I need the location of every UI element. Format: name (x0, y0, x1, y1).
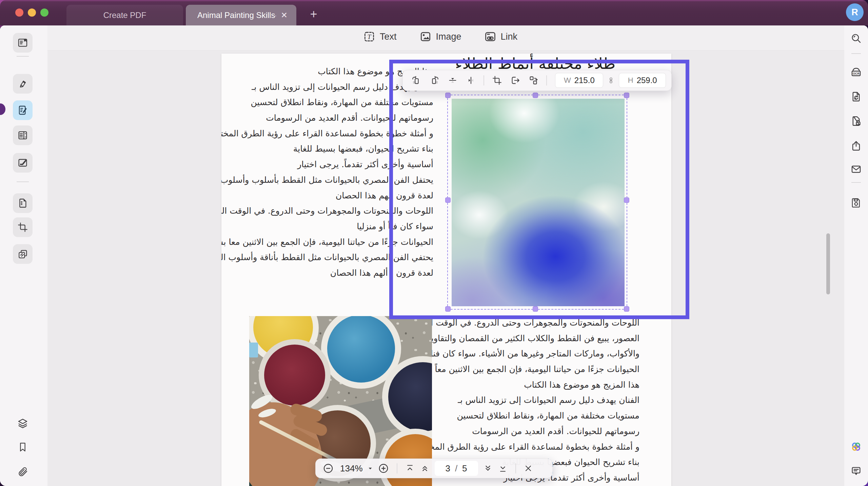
link-tool-button[interactable]: Link (484, 30, 518, 43)
zoom-dropdown-button[interactable] (368, 466, 373, 471)
sidebar-divider (851, 53, 861, 54)
image-toolbar: W 215.0 H 259.0 (402, 70, 672, 91)
layers-panel-button[interactable] (13, 413, 33, 433)
left-sidebar (0, 25, 47, 486)
replace-image-button[interactable] (526, 72, 542, 89)
height-label: H (628, 76, 633, 85)
previous-page-icon (420, 463, 430, 473)
page-number-field[interactable]: 3 / 5 (435, 461, 478, 476)
close-window-button[interactable] (15, 8, 23, 17)
bookmark-icon (17, 442, 28, 452)
zoom-window-button[interactable] (40, 8, 48, 17)
vertical-scrollbar[interactable] (826, 233, 830, 294)
replace-image-icon (528, 75, 538, 85)
resize-handle-bottom-center[interactable] (533, 306, 538, 312)
stamp-icon (17, 249, 28, 259)
first-page-icon (405, 463, 415, 473)
resize-handle-bottom-right[interactable] (624, 306, 629, 312)
ai-assistant-icon (850, 441, 862, 453)
edit-toolbar: T Text Image (47, 25, 844, 51)
tab-document[interactable]: Animal Painting Skills-ar 自 ✕ (186, 5, 296, 25)
text-tool-label: Text (380, 32, 397, 42)
height-field[interactable]: H 259.0 (619, 73, 666, 88)
arabic-text-line: رسوماتهم للحيوانات. أقدم العديد من الرسو… (422, 424, 639, 439)
forms-tool-button[interactable] (13, 125, 33, 145)
rotate-left-button[interactable] (408, 72, 425, 89)
zoom-out-button[interactable] (322, 463, 334, 474)
avatar[interactable]: R (846, 3, 864, 21)
extract-image-button[interactable] (507, 72, 524, 89)
link-dimensions-button[interactable] (607, 77, 615, 84)
flip-horizontal-button[interactable] (463, 72, 479, 89)
previous-page-button[interactable] (420, 463, 430, 473)
save-button[interactable] (849, 195, 864, 210)
toolbar-divider (484, 75, 484, 85)
next-page-icon (483, 463, 493, 473)
total-pages: 5 (462, 463, 467, 474)
rotate-right-button[interactable] (427, 72, 443, 89)
bookmarks-panel-button[interactable] (13, 437, 33, 457)
first-page-button[interactable] (405, 463, 415, 473)
close-tab-icon[interactable]: ✕ (281, 11, 288, 19)
sidebar-divider (17, 181, 29, 182)
mail-icon (850, 163, 862, 175)
last-page-button[interactable] (498, 463, 508, 473)
toolbar-divider (515, 463, 516, 473)
resize-handle-top-right[interactable] (624, 93, 629, 98)
extract-pages-button[interactable] (13, 193, 33, 213)
fill-sign-tool-button[interactable] (13, 153, 33, 173)
blue-paint-bucket (327, 316, 395, 383)
tab-create-pdf-label: Create PDF (103, 11, 146, 20)
ai-assistant-button[interactable] (849, 439, 864, 454)
svg-text:OCR: OCR (853, 72, 860, 75)
resize-handle-top-center[interactable] (533, 93, 538, 98)
new-tab-button[interactable]: + (307, 7, 320, 21)
crop-image-button[interactable] (489, 72, 505, 89)
arabic-text-line: الفنان يهدف دليل رسم الحيوانات إلى تزويد… (422, 392, 639, 408)
toolbar-divider (546, 75, 547, 85)
close-navbar-button[interactable] (524, 464, 533, 473)
zoom-level[interactable]: 134% (340, 463, 363, 474)
attachments-panel-button[interactable] (13, 462, 33, 482)
flip-horizontal-icon (466, 75, 476, 85)
resize-handle-top-left[interactable] (445, 93, 451, 98)
protect-lock-icon (850, 115, 862, 127)
resize-handle-middle-right[interactable] (624, 197, 629, 203)
link-tool-label: Link (501, 32, 518, 42)
minimize-window-button[interactable] (28, 8, 36, 17)
edit-tool-button[interactable] (13, 100, 33, 120)
search-button[interactable] (849, 31, 864, 46)
edit-note-icon (17, 105, 28, 116)
tab-create-pdf[interactable]: Create PDF (66, 5, 183, 25)
sidebar-divider (851, 182, 861, 183)
crop-pages-button[interactable] (13, 217, 33, 237)
highlight-tool-button[interactable] (13, 74, 33, 94)
export-image-icon (510, 75, 520, 85)
protect-button[interactable] (849, 114, 864, 129)
save-icon (850, 197, 862, 208)
image-tool-button[interactable]: Image (419, 30, 461, 43)
flip-vertical-button[interactable] (445, 72, 461, 89)
resize-handle-bottom-left[interactable] (445, 306, 451, 312)
extract-page-icon (17, 198, 28, 209)
image-tool-icon (419, 30, 432, 43)
reader-mode-button[interactable] (13, 33, 33, 53)
crop-icon (492, 75, 502, 85)
text-tool-button[interactable]: T Text (363, 30, 397, 43)
feedback-button[interactable] (849, 464, 864, 479)
stamp-tool-button[interactable] (13, 244, 33, 264)
height-value: 259.0 (637, 76, 657, 85)
email-button[interactable] (849, 162, 864, 177)
convert-button[interactable] (849, 89, 864, 104)
ocr-button[interactable]: OCR (849, 65, 864, 80)
link-tool-icon (484, 30, 497, 43)
next-page-button[interactable] (483, 463, 493, 473)
reader-icon (17, 37, 28, 48)
image-selection-bounds[interactable] (447, 95, 627, 310)
zoom-in-button[interactable] (378, 463, 389, 474)
width-field[interactable]: W 215.0 (555, 73, 603, 88)
layers-icon (17, 417, 28, 429)
share-button[interactable] (849, 138, 864, 153)
resize-handle-middle-left[interactable] (445, 197, 451, 203)
ocr-icon: OCR (850, 67, 862, 78)
